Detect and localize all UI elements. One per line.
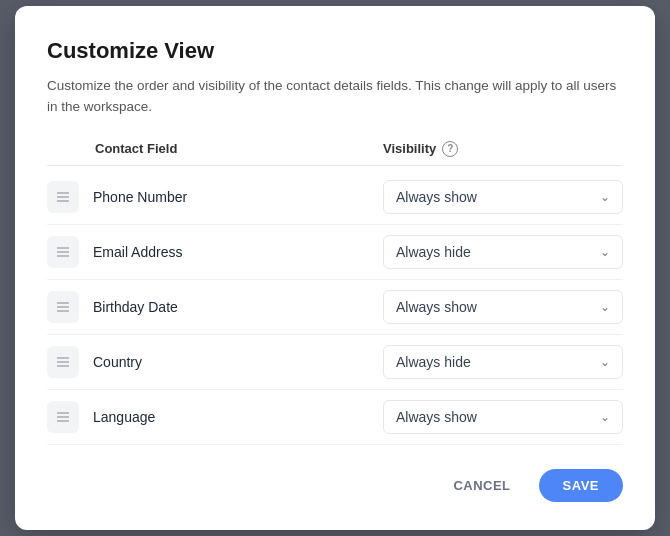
visibility-value: Always show (396, 299, 477, 315)
table-row: Country Always hide ⌄ (47, 335, 623, 390)
visibility-value: Always show (396, 189, 477, 205)
visibility-dropdown[interactable]: Always show ⌄ (383, 180, 623, 214)
visibility-dropdown[interactable]: Always hide ⌄ (383, 345, 623, 379)
chevron-down-icon: ⌄ (600, 355, 610, 369)
visibility-value: Always show (396, 409, 477, 425)
col-visibility-header: Visibility ? (383, 141, 623, 157)
field-label: Country (79, 354, 383, 370)
visibility-help-icon[interactable]: ? (442, 141, 458, 157)
modal-footer: CANCEL SAVE (47, 469, 623, 502)
save-button[interactable]: SAVE (539, 469, 623, 502)
visibility-dropdown[interactable]: Always show ⌄ (383, 400, 623, 434)
visibility-value: Always hide (396, 354, 471, 370)
drag-handle[interactable] (47, 236, 79, 268)
table-row: Phone Number Always show ⌄ (47, 170, 623, 225)
customize-view-modal: Customize View Customize the order and v… (15, 6, 655, 530)
drag-handle[interactable] (47, 291, 79, 323)
table-row: Email Address Always hide ⌄ (47, 225, 623, 280)
col-field-header: Contact Field (47, 141, 383, 157)
chevron-down-icon: ⌄ (600, 190, 610, 204)
visibility-dropdown[interactable]: Always hide ⌄ (383, 235, 623, 269)
chevron-down-icon: ⌄ (600, 300, 610, 314)
field-label: Email Address (79, 244, 383, 260)
modal-description: Customize the order and visibility of th… (47, 76, 623, 117)
drag-handle[interactable] (47, 346, 79, 378)
chevron-down-icon: ⌄ (600, 410, 610, 424)
cancel-button[interactable]: CANCEL (441, 470, 522, 501)
drag-handle[interactable] (47, 181, 79, 213)
modal-title: Customize View (47, 38, 623, 64)
visibility-dropdown[interactable]: Always show ⌄ (383, 290, 623, 324)
field-rows-container: Phone Number Always show ⌄ Email Address… (47, 170, 623, 445)
table-row: Birthday Date Always show ⌄ (47, 280, 623, 335)
drag-handle[interactable] (47, 401, 79, 433)
visibility-value: Always hide (396, 244, 471, 260)
chevron-down-icon: ⌄ (600, 245, 610, 259)
table-row: Language Always show ⌄ (47, 390, 623, 445)
table-header: Contact Field Visibility ? (47, 141, 623, 166)
field-label: Phone Number (79, 189, 383, 205)
field-label: Language (79, 409, 383, 425)
field-label: Birthday Date (79, 299, 383, 315)
